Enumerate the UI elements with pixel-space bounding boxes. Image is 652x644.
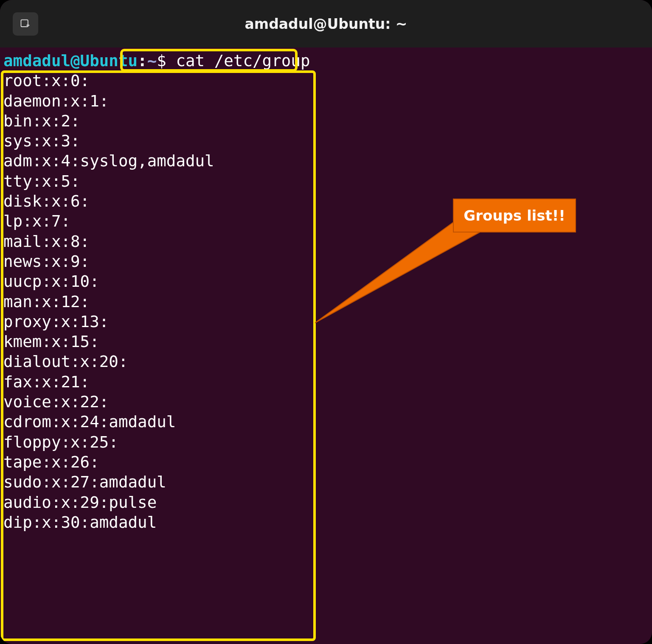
output-line: floppy:x:25: <box>3 433 118 451</box>
prompt-path: ~ <box>147 51 157 70</box>
output-line: tty:x:5: <box>3 172 80 190</box>
output-line: audio:x:29:pulse <box>3 493 157 512</box>
output-line: fax:x:21: <box>3 372 90 391</box>
command-output: root:x:0: daemon:x:1: bin:x:2: sys:x:3: … <box>3 71 214 532</box>
output-line: sys:x:3: <box>3 132 80 150</box>
output-line: daemon:x:1: <box>3 92 109 110</box>
output-line: bin:x:2: <box>3 112 80 130</box>
command-text: cat /etc/group <box>176 51 310 70</box>
output-line: dialout:x:20: <box>3 352 128 371</box>
output-line: mail:x:8: <box>3 232 90 251</box>
new-tab-button[interactable] <box>13 12 38 36</box>
output-line: kmem:x:15: <box>3 332 99 351</box>
output-line: disk:x:6: <box>3 192 90 210</box>
prompt-dollar: $ <box>157 51 166 70</box>
svg-rect-0 <box>21 20 28 27</box>
output-line: root:x:0: <box>3 71 90 90</box>
output-line: voice:x:22: <box>3 392 109 411</box>
prompt-user-host: amdadul@Ubuntu <box>3 51 138 70</box>
output-line: cdrom:x:24:amdadul <box>3 412 176 431</box>
window-title: amdadul@Ubuntu: ~ <box>0 16 652 32</box>
titlebar: amdadul@Ubuntu: ~ <box>0 0 652 48</box>
output-line: sudo:x:27:amdadul <box>3 473 166 491</box>
output-line: lp:x:7: <box>3 212 70 230</box>
new-tab-icon <box>20 18 31 30</box>
output-line: dip:x:30:amdadul <box>3 513 157 532</box>
output-line: tape:x:26: <box>3 453 99 471</box>
output-line: man:x:12: <box>3 292 90 311</box>
output-line: news:x:9: <box>3 252 90 271</box>
prompt-colon: : <box>138 51 147 70</box>
output-line: proxy:x:13: <box>3 312 109 331</box>
terminal-window: amdadul@Ubuntu: ~ amdadul@Ubuntu:~$ cat … <box>0 0 652 644</box>
terminal-body[interactable]: amdadul@Ubuntu:~$ cat /etc/group root:x:… <box>0 48 652 644</box>
output-line: adm:x:4:syslog,amdadul <box>3 151 214 170</box>
output-line: uucp:x:10: <box>3 272 99 291</box>
